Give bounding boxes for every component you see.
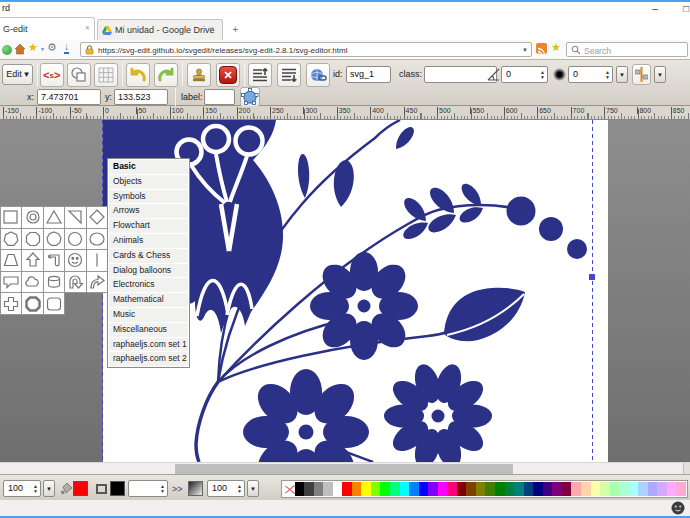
palette-color-#3f3f3f[interactable] xyxy=(304,482,314,496)
shape-button-heptagon[interactable] xyxy=(0,228,22,251)
opacity-spinner[interactable]: 100▲▼ xyxy=(207,480,245,497)
menu-item-basic[interactable]: Basic xyxy=(109,160,188,174)
fill-color-swatch[interactable] xyxy=(73,481,88,496)
shape-button-arrow-up[interactable] xyxy=(21,249,43,272)
shape-button-diagonal[interactable] xyxy=(64,206,86,229)
palette-color-#aaffff[interactable] xyxy=(629,482,639,496)
palette-color-#3f7f00[interactable] xyxy=(485,482,495,496)
shape-button-ellipse[interactable] xyxy=(86,228,108,251)
palette-color-#7f0000[interactable] xyxy=(457,482,467,496)
wireframe-button[interactable] xyxy=(67,63,91,87)
download-icon[interactable]: ↓ xyxy=(64,42,69,54)
palette-color-#aaffaa[interactable] xyxy=(610,482,620,496)
palette-color-#3f007f[interactable] xyxy=(543,482,553,496)
palette-color-#00007f[interactable] xyxy=(533,482,543,496)
menu-item-music[interactable]: Music xyxy=(109,308,188,322)
shape-button-nonagon[interactable] xyxy=(43,228,65,251)
blur-dropdown[interactable]: ▼ xyxy=(616,66,628,83)
palette-color-#ffaaaa[interactable] xyxy=(571,482,581,496)
shape-button-donut[interactable] xyxy=(21,206,43,229)
menu-item-cards-chess[interactable]: Cards & Chess xyxy=(109,249,188,263)
url-dropdown-icon[interactable]: ▼ xyxy=(522,47,528,53)
palette-color-#ff7f00[interactable] xyxy=(352,482,362,496)
menu-item-mathematical[interactable]: Mathematical xyxy=(109,293,188,307)
move-top-button[interactable] xyxy=(248,63,272,87)
addon-icon[interactable] xyxy=(2,45,12,55)
palette-color-#aaaaff[interactable] xyxy=(648,482,658,496)
shape-button-diamond[interactable] xyxy=(86,206,108,229)
palette-color-#007f7f[interactable] xyxy=(514,482,524,496)
palette-color-#00ffff[interactable] xyxy=(400,482,410,496)
shape-button-square[interactable] xyxy=(0,206,22,229)
palette-color-#ffd4aa[interactable] xyxy=(581,482,591,496)
shape-button-cylinder[interactable] xyxy=(43,271,65,294)
palette-color-#7f3f00[interactable] xyxy=(466,482,476,496)
bookmarks-star-icon[interactable]: ★ xyxy=(28,41,38,54)
palette-color-#d4ffaa[interactable] xyxy=(600,482,610,496)
menu-item-dialog-balloons[interactable]: Dialog balloons xyxy=(109,264,188,278)
menu-item-symbols[interactable]: Symbols xyxy=(109,190,188,204)
palette-color-#ff0000[interactable] xyxy=(342,482,352,496)
selection-handle[interactable] xyxy=(589,274,595,280)
blur-spinner[interactable]: 0▲▼ xyxy=(568,66,613,83)
x-input[interactable]: 7.473701 xyxy=(37,89,101,105)
palette-color-#7fff00[interactable] xyxy=(371,482,381,496)
palette-color-#ff00ff[interactable] xyxy=(438,482,448,496)
menu-item-animals[interactable]: Animals xyxy=(109,234,188,248)
palette-color-#007f3f[interactable] xyxy=(505,482,515,496)
horizontal-scrollbar[interactable] xyxy=(0,462,690,474)
menu-item-flowchart[interactable]: Flowchart xyxy=(109,219,188,233)
palette-color-#7f00ff[interactable] xyxy=(428,482,438,496)
search-box[interactable]: Search xyxy=(566,42,688,57)
move-bottom-button[interactable] xyxy=(277,63,301,87)
palette-color-#0000ff[interactable] xyxy=(419,482,429,496)
menu-item-raphaeljs-com-set-2[interactable]: raphaeljs.com set 2 xyxy=(109,352,188,366)
tab-close-icon[interactable]: × xyxy=(85,23,90,32)
menu-item-electronics[interactable]: Electronics xyxy=(109,278,188,292)
palette-color-#000000[interactable] xyxy=(295,482,305,496)
new-tab-button[interactable]: + xyxy=(228,24,243,37)
url-bar[interactable]: https://svg-edit.github.io/svgedit/relea… xyxy=(80,42,532,57)
shape-button-scroll[interactable] xyxy=(43,249,65,272)
palette-color-#ffffff[interactable] xyxy=(333,482,343,496)
zoom-dropdown[interactable]: ▼ xyxy=(43,480,55,497)
source-code-button[interactable]: <s> xyxy=(40,63,64,87)
selected-element-button[interactable] xyxy=(240,87,260,107)
stroke-style-more[interactable]: >> xyxy=(172,484,183,494)
shape-button-uturn-arrow[interactable] xyxy=(64,271,86,294)
undo-button[interactable] xyxy=(126,63,150,87)
redo-button[interactable] xyxy=(154,63,178,87)
palette-color-#7f007f[interactable] xyxy=(552,482,562,496)
menu-item-miscellaneous[interactable]: Miscellaneous xyxy=(109,323,188,337)
home-icon[interactable] xyxy=(14,43,26,55)
palette-color-#ffff00[interactable] xyxy=(361,482,371,496)
align-to-button[interactable] xyxy=(632,64,651,85)
tab-svg-edit[interactable]: G-edit × xyxy=(0,17,95,40)
palette-color-#ff007f[interactable] xyxy=(447,482,457,496)
shape-button-plus[interactable] xyxy=(0,292,22,315)
tab-close-icon[interactable]: × xyxy=(209,24,214,33)
link-button[interactable] xyxy=(306,63,330,87)
grid-button[interactable] xyxy=(94,63,118,87)
palette-color-#ffaad4[interactable] xyxy=(676,482,686,496)
palette-color-#bfbfbf[interactable] xyxy=(323,482,333,496)
label-input[interactable] xyxy=(204,89,235,105)
palette-color-none[interactable] xyxy=(285,482,295,496)
shape-button-smiley[interactable] xyxy=(64,249,86,272)
edit-menu-button[interactable]: Edit ▾ xyxy=(2,64,33,85)
palette-color-#aaffd4[interactable] xyxy=(619,482,629,496)
delete-button[interactable]: ✕ xyxy=(216,63,240,87)
clone-stamp-button[interactable] xyxy=(187,63,211,87)
shape-button-rounded-square[interactable] xyxy=(43,292,65,315)
minimize-button[interactable]: – xyxy=(645,3,665,14)
stroke-width-spinner[interactable]: ▲▼ xyxy=(128,480,168,497)
palette-color-#00ff00[interactable] xyxy=(380,482,390,496)
palette-color-#aad4ff[interactable] xyxy=(638,482,648,496)
scrollbar-thumb[interactable] xyxy=(175,464,513,474)
maximize-button[interactable]: □ xyxy=(676,3,690,14)
menu-item-objects[interactable]: Objects xyxy=(109,175,188,189)
shape-button-rounded-octagon[interactable] xyxy=(21,292,43,315)
shape-button-speech-bubble[interactable] xyxy=(0,271,22,294)
palette-color-#007fff[interactable] xyxy=(409,482,419,496)
palette-color-#003f7f[interactable] xyxy=(524,482,534,496)
